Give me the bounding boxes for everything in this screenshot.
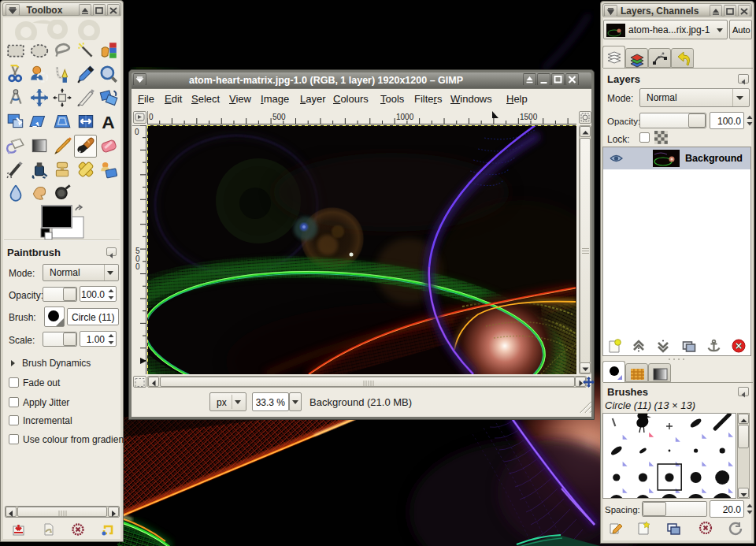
svg-text:0: 0 xyxy=(135,128,139,136)
svg-text:0: 0 xyxy=(149,113,154,121)
svg-text:1500: 1500 xyxy=(520,113,538,121)
svg-text:1000: 1000 xyxy=(396,113,414,121)
svg-text:0: 0 xyxy=(135,262,140,271)
svg-text:500: 500 xyxy=(272,113,286,121)
svg-text:A: A xyxy=(102,112,114,132)
